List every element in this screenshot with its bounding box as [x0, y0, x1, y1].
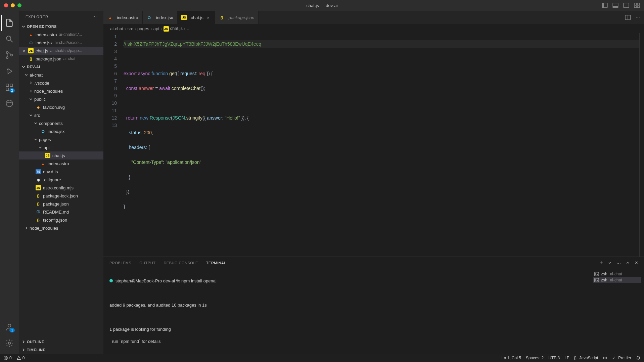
minimap[interactable] [639, 33, 644, 257]
debug-activity[interactable] [1, 63, 17, 79]
panel-more-button[interactable]: ⋯ [616, 261, 621, 266]
layout-sidebar-right-icon[interactable] [623, 2, 629, 8]
feedback-status[interactable] [603, 356, 607, 360]
explorer-activity[interactable] [1, 15, 17, 31]
project-section[interactable]: DEV-AI [19, 63, 103, 71]
layout-sidebar-left-icon[interactable] [602, 2, 608, 8]
source-control-icon [5, 51, 14, 59]
new-terminal-button[interactable]: + [599, 260, 603, 267]
output-tab[interactable]: OUTPUT [139, 259, 155, 267]
folder-item[interactable]: api [19, 143, 103, 151]
settings-activity[interactable] [1, 335, 17, 351]
open-editors-section[interactable]: OPEN EDITORS [19, 22, 103, 31]
breadcrumbs[interactable]: ai-chat› src› pages› api› JSchat.js› ... [103, 24, 644, 33]
warning-icon [16, 356, 21, 360]
file-item[interactable]: JSchat.js [19, 151, 103, 160]
folder-item[interactable]: src [19, 111, 103, 119]
file-item[interactable]: {}package.json [19, 200, 103, 208]
title-bar: chat.js — dev-ai [0, 0, 644, 11]
editor-tab[interactable]: ⬡ index.jsx [143, 11, 178, 24]
file-item[interactable]: {}package-lock.json [19, 192, 103, 200]
file-item[interactable]: ◉.gitignore [19, 176, 103, 184]
svg-rect-7 [634, 6, 637, 8]
gear-icon [5, 339, 14, 348]
close-icon[interactable]: × [21, 48, 27, 53]
problems-tab[interactable]: PROBLEMS [109, 259, 131, 267]
status-bar: 0 0 Ln 1, Col 5 Spaces: 2 UTF-8 LF {}Jav… [0, 354, 644, 362]
outline-section[interactable]: OUTLINE [19, 338, 103, 346]
terminal-tab[interactable]: TERMINAL [206, 259, 226, 267]
extensions-activity[interactable]: 2 [1, 79, 17, 95]
bottom-panel: PROBLEMS OUTPUT DEBUG CONSOLE TERMINAL +… [103, 257, 644, 354]
search-activity[interactable] [1, 31, 17, 47]
source-control-activity[interactable] [1, 47, 17, 63]
indentation-status[interactable]: Spaces: 2 [526, 356, 544, 360]
split-editor-icon[interactable] [625, 14, 631, 20]
editor-tab[interactable]: ▲ index.astro [103, 11, 143, 24]
editor-tab[interactable]: JS chat.js × [177, 11, 215, 24]
editor-tab[interactable]: {} package.json [215, 11, 259, 24]
terminal-icon [594, 278, 599, 282]
file-item[interactable]: ⓘREADME.md [19, 208, 103, 216]
editor-more-button[interactable]: ⋯ [636, 15, 640, 20]
terminal-session[interactable]: zsh ai-chat [593, 271, 641, 277]
chevron-down-icon [29, 97, 33, 101]
terminal-session[interactable]: zsh ai-chat [593, 277, 641, 283]
maximize-panel-icon[interactable] [626, 261, 630, 265]
file-item[interactable]: ⬡index.jsx [19, 127, 103, 135]
layout-customize-icon[interactable] [634, 2, 640, 8]
open-editor-item[interactable]: × {} package.json ai-chat [19, 55, 103, 63]
js-file-icon: JS [36, 185, 41, 190]
gitignore-file-icon: ◉ [36, 177, 41, 182]
errors-status[interactable]: 0 [3, 356, 12, 360]
explorer-more-button[interactable]: ⋯ [92, 14, 97, 19]
minimize-window-button[interactable] [11, 3, 15, 7]
code-content[interactable]: // sk-X5ZlTaFPJhTJgVZqrLpYT3BlbkFJJW2jEu… [124, 33, 639, 257]
activity-bar: 2 1 [0, 11, 19, 354]
svg-rect-5 [634, 3, 637, 5]
open-editor-item[interactable]: × JS chat.js ai-chat/src/page... [19, 47, 103, 55]
open-editor-item[interactable]: × ▲ index.astro ai-chat/src/... [19, 31, 103, 39]
close-tab-icon[interactable]: × [205, 15, 211, 20]
file-item[interactable]: JSastro.config.mjs [19, 184, 103, 192]
svg-rect-1 [602, 3, 604, 8]
close-window-button[interactable] [4, 3, 8, 7]
warnings-status[interactable]: 0 [16, 356, 25, 360]
explorer-sidebar: EXPLORER ⋯ OPEN EDITORS × ▲ index.astro … [19, 11, 103, 354]
folder-item[interactable]: components [19, 119, 103, 127]
folder-item[interactable]: node_modules [19, 87, 103, 95]
file-item[interactable]: {}tsconfig.json [19, 216, 103, 224]
file-item[interactable]: ◆favicon.svg [19, 103, 103, 111]
maximize-window-button[interactable] [17, 3, 21, 7]
code-editor[interactable]: 12345678910111213 // sk-X5ZlTaFPJhTJgVZq… [103, 33, 644, 257]
folder-item[interactable]: pages [19, 135, 103, 143]
prompt-bullet-icon [109, 279, 113, 282]
terminal-output[interactable]: stephan@MacBook-Pro dev-ai % npm install… [103, 269, 590, 354]
layout-panel-icon[interactable] [612, 2, 618, 8]
folder-item[interactable]: ai-chat [19, 71, 103, 79]
folder-item[interactable]: .vscode [19, 79, 103, 87]
terminal-dropdown-icon[interactable] [608, 261, 612, 265]
chevron-down-icon [21, 24, 26, 29]
file-item[interactable]: ▲index.astro [19, 160, 103, 168]
line-gutter: 12345678910111213 [103, 33, 124, 257]
accounts-activity[interactable]: 1 [1, 319, 17, 335]
folder-item[interactable]: node_modules [19, 224, 103, 232]
debug-console-tab[interactable]: DEBUG CONSOLE [164, 259, 198, 267]
svg-rect-16 [6, 88, 9, 91]
accounts-badge: 1 [9, 328, 15, 332]
chevron-down-icon [21, 64, 26, 70]
encoding-status[interactable]: UTF-8 [548, 356, 560, 360]
open-editor-item[interactable]: × ⬡ index.jsx ai-chat/src/co... [19, 39, 103, 47]
cursor-position-status[interactable]: Ln 1, Col 5 [502, 356, 521, 360]
prettier-status[interactable]: ✓Prettier [612, 356, 631, 360]
close-panel-button[interactable]: × [635, 260, 638, 266]
svg-point-21 [8, 342, 11, 345]
folder-item[interactable]: public [19, 95, 103, 103]
notifications-status[interactable] [636, 356, 641, 360]
eol-status[interactable]: LF [564, 356, 569, 360]
edge-activity[interactable] [1, 95, 17, 111]
file-item[interactable]: TSenv.d.ts [19, 168, 103, 176]
language-status[interactable]: {}JavaScript [574, 356, 598, 360]
timeline-section[interactable]: TIMELINE [19, 346, 103, 354]
